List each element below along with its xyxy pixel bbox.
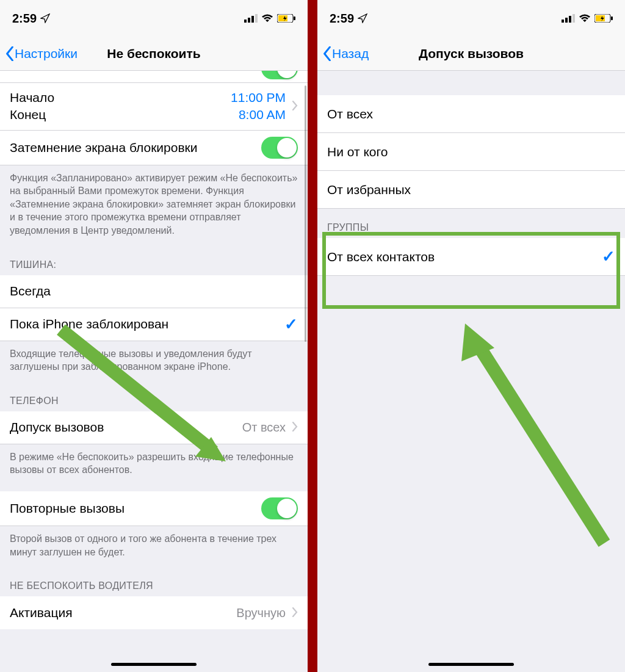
allow-calls-content: От всех Ни от кого От избранных ГРУППЫ О…	[317, 71, 625, 276]
chevron-right-icon	[292, 605, 298, 620]
dim-lock-label: Затемнение экрана блокировки	[10, 140, 261, 155]
status-time: 2:59	[330, 12, 354, 26]
wifi-icon	[261, 14, 273, 23]
right-screenshot: 2:59 Назад Допуск вызовов От всех Ни от	[312, 0, 625, 672]
checkmark-icon: ✓	[284, 315, 298, 334]
svg-rect-9	[562, 20, 564, 23]
chevron-left-icon	[322, 46, 332, 61]
cellular-icon	[562, 14, 575, 23]
phone-header: ТЕЛЕФОН	[0, 382, 308, 411]
silence-locked-row[interactable]: Пока iPhone заблокирован ✓	[0, 308, 308, 341]
chevron-left-icon	[5, 46, 15, 61]
activation-value: Вручную	[236, 606, 286, 620]
repeated-label: Повторные вызовы	[10, 501, 261, 516]
back-label: Настройки	[15, 46, 78, 61]
chevron-right-icon	[292, 99, 298, 114]
svg-rect-6	[294, 16, 295, 20]
nav-bar: Назад Допуск вызовов	[317, 37, 625, 71]
checkmark-icon: ✓	[602, 247, 615, 266]
repeated-switch[interactable]	[261, 497, 298, 519]
home-indicator[interactable]	[428, 663, 514, 666]
svg-rect-10	[565, 18, 568, 23]
option-favorites-row[interactable]: От избранных	[317, 171, 625, 209]
back-button[interactable]: Настройки	[5, 46, 78, 61]
status-bar: 2:59	[0, 0, 308, 37]
groups-header: ГРУППЫ	[317, 209, 625, 238]
scheduled-footer: Функция «Запланировано» активирует режим…	[0, 165, 308, 246]
svg-line-16	[476, 342, 604, 543]
repeated-footer: Второй вызов от одного и того же абонент…	[0, 526, 308, 567]
allow-calls-row[interactable]: Допуск вызовов От всех	[0, 411, 308, 444]
allow-calls-value: От всех	[242, 421, 286, 435]
end-value: 8:00 AM	[239, 106, 286, 123]
option-noone-row[interactable]: Ни от кого	[317, 133, 625, 171]
repeated-calls-row[interactable]: Повторные вызовы	[0, 491, 308, 526]
nav-title: Допуск вызовов	[419, 46, 524, 61]
silence-always-row[interactable]: Всегда	[0, 275, 308, 308]
option-all-contacts-row[interactable]: От всех контактов ✓	[317, 238, 625, 276]
silence-locked-label: Пока iPhone заблокирован	[10, 317, 284, 331]
allow-calls-label: Допуск вызовов	[10, 420, 242, 435]
quiet-hours-row[interactable]: Начало Конец 11:00 PM 8:00 AM	[0, 83, 308, 131]
dim-lock-screen-row[interactable]: Затемнение экрана блокировки	[0, 131, 308, 165]
annotation-arrow	[433, 305, 616, 549]
location-icon	[40, 13, 50, 23]
svg-rect-11	[569, 16, 571, 23]
option-favorites-label: От избранных	[327, 182, 615, 197]
location-icon	[358, 13, 367, 23]
svg-rect-12	[573, 14, 575, 23]
nav-title: Не беспокоить	[107, 46, 200, 61]
silence-footer: Входящие телефонные вызовы и уведомления…	[0, 341, 308, 382]
svg-rect-3	[255, 14, 258, 23]
svg-rect-15	[611, 16, 613, 20]
battery-charging-icon	[594, 14, 613, 23]
back-button[interactable]: Назад	[322, 46, 369, 61]
wifi-icon	[579, 14, 591, 23]
scroll-indicator[interactable]	[305, 85, 306, 342]
svg-rect-0	[244, 20, 247, 23]
left-screenshot: 2:59 Настройки Не беспокоить Начал	[0, 0, 312, 672]
nav-bar: Настройки Не беспокоить	[0, 37, 308, 71]
status-time: 2:59	[12, 12, 37, 26]
scheduled-switch[interactable]	[261, 71, 298, 79]
silence-header: ТИШИНА:	[0, 246, 308, 275]
back-label: Назад	[332, 46, 369, 61]
driver-header: НЕ БЕСПОКОИТЬ ВОДИТЕЛЯ	[0, 567, 308, 596]
settings-content: Начало Конец 11:00 PM 8:00 AM Затемнение…	[0, 71, 308, 629]
cellular-icon	[244, 14, 258, 23]
start-label: Начало	[10, 89, 231, 106]
activation-row[interactable]: Активация Вручную	[0, 596, 308, 629]
home-indicator[interactable]	[111, 663, 197, 666]
status-bar: 2:59	[317, 0, 625, 37]
allow-calls-footer: В режиме «Не беспокоить» разрешить входя…	[0, 444, 308, 485]
svg-rect-2	[251, 16, 254, 23]
dim-lock-switch[interactable]	[261, 137, 298, 159]
svg-marker-17	[461, 323, 494, 361]
battery-charging-icon	[277, 14, 295, 23]
svg-rect-1	[248, 18, 250, 23]
option-all-contacts-label: От всех контактов	[327, 250, 602, 264]
end-label: Конец	[10, 106, 231, 123]
option-noone-label: Ни от кого	[327, 145, 615, 159]
silence-always-label: Всегда	[10, 284, 298, 298]
chevron-right-icon	[292, 420, 298, 435]
option-everyone-label: От всех	[327, 107, 615, 121]
activation-label: Активация	[10, 605, 236, 620]
option-everyone-row[interactable]: От всех	[317, 95, 625, 133]
start-value: 11:00 PM	[231, 89, 286, 106]
scheduled-row-partial[interactable]	[0, 71, 308, 83]
